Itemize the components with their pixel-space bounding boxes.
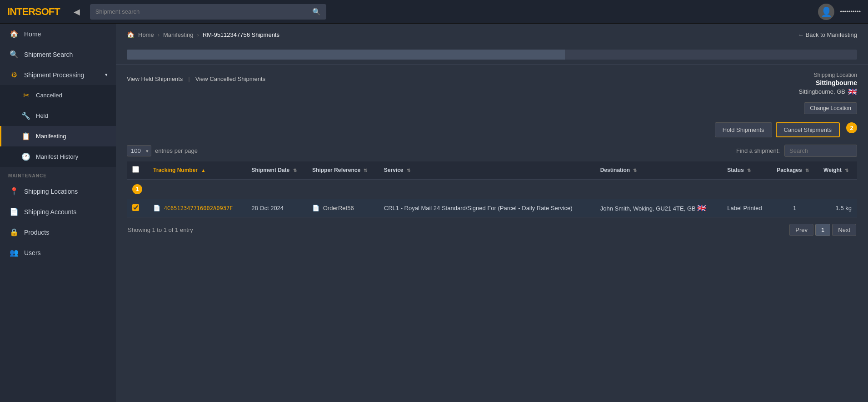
sidebar-item-held[interactable]: 🔧 Held bbox=[0, 106, 116, 126]
status-column-header[interactable]: Status ⇅ bbox=[722, 161, 771, 179]
sidebar-item-shipment-processing[interactable]: ⚙ Shipment Processing ▾ bbox=[0, 65, 116, 85]
maintenance-section-label: MAINTENANCE bbox=[0, 167, 116, 181]
sort-icon: ⇅ bbox=[293, 168, 297, 173]
prev-page-button[interactable]: Prev bbox=[789, 224, 813, 236]
tracking-number-link[interactable]: 4C6512347716002A0937F bbox=[164, 205, 233, 211]
breadcrumb-sep2: › bbox=[197, 31, 199, 38]
current-page-button[interactable]: 1 bbox=[815, 224, 830, 236]
reference-link[interactable]: OrderRef56 bbox=[323, 205, 354, 211]
table-controls: 100 50 25 entries per page Find a shipme… bbox=[127, 145, 857, 157]
table-row: 1 bbox=[127, 179, 857, 199]
lock-icon: 🔒 bbox=[10, 228, 19, 236]
search-icon: 🔍 bbox=[10, 50, 19, 59]
content-area: View Held Shipments | View Cancelled Shi… bbox=[116, 65, 868, 243]
service-cell: CRL1 - Royal Mail 24 Standard/Signed For… bbox=[379, 199, 595, 217]
document-icon: 📄 bbox=[153, 205, 160, 211]
back-to-manifesting-link[interactable]: ← Back to Manifesting bbox=[798, 31, 857, 38]
entries-label: entries per page bbox=[155, 147, 198, 154]
sidebar-item-label: Manifest History bbox=[36, 153, 78, 160]
sidebar-item-label: Shipment Search bbox=[24, 51, 73, 58]
shipper-reference-label: Shipper Reference bbox=[312, 167, 360, 173]
sidebar-item-shipping-locations[interactable]: 📍 Shipping Locations bbox=[0, 181, 116, 201]
destination-column-header[interactable]: Destination ⇅ bbox=[595, 161, 722, 179]
next-page-button[interactable]: Next bbox=[832, 224, 856, 236]
shipping-location-label: Shipping Location bbox=[798, 72, 857, 78]
sidebar-item-users[interactable]: 👥 Users bbox=[0, 242, 116, 263]
find-shipment-input[interactable] bbox=[784, 145, 857, 157]
users-icon: 👥 bbox=[10, 248, 19, 257]
shipper-reference-column-header[interactable]: Shipper Reference ⇅ bbox=[307, 161, 379, 179]
sidebar-item-products[interactable]: 🔒 Products bbox=[0, 222, 116, 242]
showing-label: Showing 1 to 1 of 1 entry bbox=[128, 226, 193, 233]
breadcrumb-bar: 🏠 Home › Manifesting › RM-95112347756 Sh… bbox=[116, 24, 868, 43]
action-buttons-row: Hold Shipments Cancel Shipments 2 bbox=[127, 122, 857, 137]
destination-label: Destination bbox=[600, 167, 630, 173]
shipping-location-city: Sittingbourne, GB bbox=[798, 88, 845, 95]
row-spacer bbox=[148, 179, 857, 199]
sidebar-item-label: Home bbox=[24, 30, 41, 38]
view-held-shipments-link[interactable]: View Held Shipments bbox=[127, 74, 183, 84]
find-shipment-control: Find a shipment: bbox=[736, 145, 857, 157]
row-checkbox[interactable] bbox=[132, 204, 139, 211]
cancel-shipments-button[interactable]: Cancel Shipments bbox=[776, 122, 840, 137]
destination-text: John Smith, Woking, GU21 4TE, GB bbox=[600, 205, 696, 212]
breadcrumb-sep1: › bbox=[158, 31, 160, 38]
sidebar-item-label: Shipping Locations bbox=[24, 188, 78, 195]
entries-per-page-control: 100 50 25 entries per page bbox=[127, 145, 198, 156]
shipping-location-detail: Sittingbourne, GB 🇬🇧 bbox=[798, 87, 857, 96]
row-number-badge: 1 bbox=[132, 184, 142, 194]
top-navigation: INTERSOFT ◀ 🔍 👤 •••••••••• bbox=[0, 0, 868, 24]
sidebar-item-manifesting[interactable]: 📋 Manifesting bbox=[0, 126, 116, 146]
tracking-number-column-header[interactable]: Tracking Number ▲ bbox=[148, 161, 246, 179]
sort-icon: ⇅ bbox=[633, 168, 637, 173]
select-all-checkbox[interactable] bbox=[132, 166, 139, 173]
wrench-icon: 🔧 bbox=[21, 111, 30, 120]
search-input[interactable] bbox=[95, 8, 312, 15]
view-links: View Held Shipments | View Cancelled Shi… bbox=[127, 72, 265, 84]
sidebar-item-home[interactable]: 🏠 Home bbox=[0, 24, 116, 44]
sidebar-sub-shipment-processing: ✂ Cancelled 🔧 Held 📋 Manifesting 🕐 Manif… bbox=[0, 85, 116, 167]
change-location-button[interactable]: Change Location bbox=[804, 102, 857, 114]
username-label: •••••••••• bbox=[840, 8, 861, 15]
shipping-location-name: Sittingbourne bbox=[798, 79, 857, 86]
sort-icon: ⇅ bbox=[805, 168, 809, 173]
weight-column-header[interactable]: Weight ⇅ bbox=[818, 161, 857, 179]
service-column-header[interactable]: Service ⇅ bbox=[379, 161, 595, 179]
uk-flag-icon: 🇬🇧 bbox=[848, 87, 857, 96]
shipment-date-column-header[interactable]: Shipment Date ⇅ bbox=[246, 161, 307, 179]
shipment-date-cell: 28 Oct 2024 bbox=[246, 199, 307, 217]
search-bar: 🔍 bbox=[90, 4, 326, 20]
sidebar-collapse-button[interactable]: ◀ bbox=[71, 5, 83, 19]
breadcrumb-manifesting[interactable]: Manifesting bbox=[163, 31, 193, 38]
pagination-controls: Prev 1 Next bbox=[789, 224, 856, 236]
accounts-icon: 📄 bbox=[10, 207, 19, 216]
view-cancelled-shipments-link[interactable]: View Cancelled Shipments bbox=[195, 74, 265, 84]
sidebar-item-label: Products bbox=[24, 229, 49, 236]
sidebar-item-cancelled[interactable]: ✂ Cancelled bbox=[0, 85, 116, 106]
packages-cell: 1 bbox=[771, 199, 818, 217]
hold-shipments-button[interactable]: Hold Shipments bbox=[715, 122, 772, 137]
row-number-cell: 1 bbox=[127, 179, 148, 199]
sidebar-item-label: Users bbox=[24, 249, 41, 256]
sort-icon: ⇅ bbox=[845, 168, 848, 173]
table-header-row: Tracking Number ▲ Shipment Date ⇅ Shippe… bbox=[127, 161, 857, 179]
home-icon: 🏠 bbox=[10, 30, 19, 38]
sidebar-item-manifest-history[interactable]: 🕐 Manifest History bbox=[0, 146, 116, 167]
breadcrumb-home[interactable]: Home bbox=[138, 31, 154, 38]
sidebar-item-shipping-accounts[interactable]: 📄 Shipping Accounts bbox=[0, 201, 116, 222]
view-links-divider: | bbox=[188, 75, 190, 82]
sidebar-item-shipment-search[interactable]: 🔍 Shipment Search bbox=[0, 44, 116, 65]
select-all-column bbox=[127, 161, 148, 179]
destination-flag-icon: 🇬🇧 bbox=[697, 204, 706, 212]
entries-per-page-select[interactable]: 100 50 25 bbox=[127, 145, 151, 156]
pagination-row: Showing 1 to 1 of 1 entry Prev 1 Next bbox=[127, 224, 857, 236]
ref-doc-icon: 📄 bbox=[312, 205, 319, 211]
packages-label: Packages bbox=[777, 167, 802, 173]
progress-bar-fill bbox=[127, 50, 565, 60]
packages-column-header[interactable]: Packages ⇅ bbox=[771, 161, 818, 179]
gear-icon: ⚙ bbox=[10, 70, 19, 79]
sidebar-item-label: Shipping Accounts bbox=[24, 208, 76, 216]
location-icon: 📍 bbox=[10, 187, 19, 196]
breadcrumb: 🏠 Home › Manifesting › RM-95112347756 Sh… bbox=[127, 31, 279, 38]
destination-cell: John Smith, Woking, GU21 4TE, GB 🇬🇧 bbox=[595, 199, 722, 217]
